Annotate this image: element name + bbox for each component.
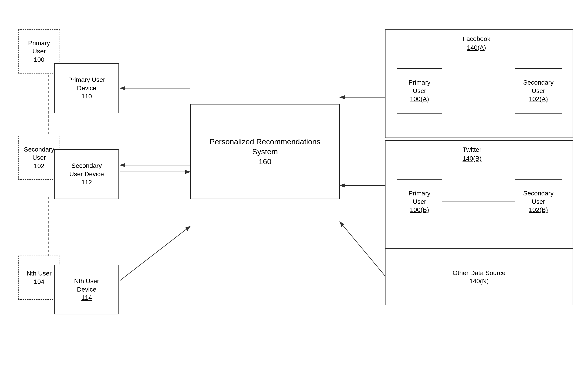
prs-box: Personalized Recommendations System 160 (190, 104, 340, 199)
svg-line-8 (340, 222, 385, 276)
diagram: Primary User 100 Primary User Device 110… (0, 0, 588, 368)
prs-label: Personalized Recommendations System (210, 137, 320, 156)
secondary-user-device-box: Secondary User Device 112 (54, 149, 119, 199)
secondary-user-box: Secondary User 102 (18, 136, 60, 180)
other-source-box: Other Data Source 140(N) (385, 249, 573, 305)
other-source-num: 140(N) (469, 277, 489, 285)
nth-user-device-label: Nth User Device (74, 277, 99, 294)
nth-user-label: Nth User (27, 269, 51, 277)
secondary-user-device-num: 112 (81, 178, 92, 186)
other-source-label: Other Data Source (453, 269, 505, 277)
secondary-user-num: 102 (34, 162, 44, 170)
nth-user-device-num: 114 (81, 294, 92, 302)
twitter-group-box: Twitter 140(B) Primary User 100(B) Secon… (385, 140, 573, 249)
nth-user-device-box: Nth User Device 114 (54, 265, 119, 314)
svg-line-5 (120, 226, 190, 280)
primary-user-label: Primary User (28, 39, 50, 56)
facebook-group-box: Facebook 140(A) Primary User 100(A) Seco… (385, 29, 573, 138)
nth-user-num: 104 (34, 278, 44, 286)
nth-user-box: Nth User 104 (18, 256, 60, 300)
secondary-user-label: Secondary User (24, 146, 54, 162)
primary-user-device-num: 110 (81, 92, 92, 101)
primary-user-num: 100 (34, 56, 44, 64)
prs-num: 160 (259, 156, 271, 166)
secondary-user-device-label: Secondary User Device (69, 162, 104, 178)
primary-user-device-box: Primary User Device 110 (54, 63, 119, 113)
primary-user-device-label: Primary User Device (68, 76, 105, 92)
primary-user-box: Primary User 100 (18, 29, 60, 74)
